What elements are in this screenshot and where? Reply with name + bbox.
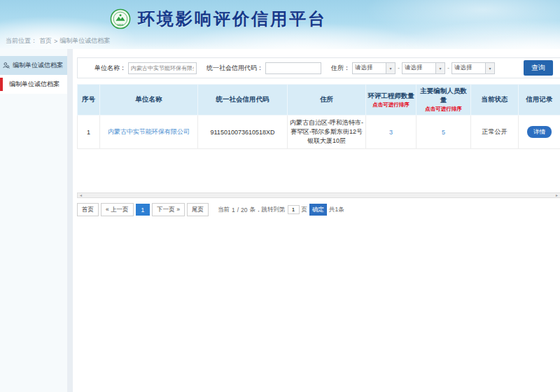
detail-button[interactable]: 详情: [527, 126, 552, 138]
province-select-value: 请选择: [353, 64, 386, 72]
table-row: 1 内蒙古中实节能环保有限公司 9115010073610518XD 内蒙古自治…: [78, 115, 560, 149]
results-table: 序号 单位名称 统一社会信用代码 住所 环评工程师数量 点击可进行排序 主要编制…: [77, 84, 560, 149]
sidebar-group-label: 编制单位诚信档案: [13, 61, 63, 70]
row-no: 1: [78, 115, 100, 149]
header-status: 当前状态: [471, 85, 519, 115]
header-credit-code: 统一社会信用代码: [198, 85, 288, 115]
chevron-down-icon[interactable]: ▾: [435, 63, 444, 74]
district-select[interactable]: 请选择 ▾: [451, 62, 495, 74]
row-credit-code: 9115010073610518XD: [198, 115, 288, 149]
current-page-button[interactable]: 1: [136, 204, 150, 216]
staff-count-link[interactable]: 5: [442, 129, 445, 136]
person-search-icon: [2, 62, 10, 69]
pagination-page-unit: 页: [302, 206, 308, 214]
address-label: 住所：: [331, 64, 350, 73]
main-panel: 单位名称： 统一社会信用代码： 住所： 请选择 ▾ - 请选择 ▾ - 请选择 …: [73, 49, 560, 392]
unit-name-link[interactable]: 内蒙古中实节能环保有限公司: [108, 128, 190, 135]
breadcrumb-home-link[interactable]: 首页: [39, 36, 52, 46]
sort-hint: 点击可进行排序: [417, 106, 470, 113]
row-address: 内蒙古自治区-呼和浩特市-赛罕区-鄂尔多斯东街12号银联大厦10层: [288, 115, 366, 149]
district-select-value: 请选择: [452, 64, 485, 72]
header-engineers-label: 环评工程师数量: [368, 92, 414, 99]
pagination-total-info: 共1条: [329, 206, 344, 214]
breadcrumb-prefix: 当前位置：: [6, 36, 37, 46]
select-separator: -: [398, 64, 400, 71]
engineers-count-link[interactable]: 3: [389, 129, 393, 136]
header-address: 住所: [288, 85, 366, 115]
sidebar-item-credit-archive[interactable]: 编制单位诚信档案: [0, 75, 67, 94]
page-title: 环境影响评价信用平台: [138, 8, 327, 30]
sidebar-group-credit-archive[interactable]: 编制单位诚信档案: [0, 56, 67, 75]
address-selects: 请选择 ▾ - 请选择 ▾ - 请选择 ▾: [352, 62, 495, 74]
sidebar-divider: [67, 49, 73, 392]
header-no: 序号: [78, 85, 100, 115]
city-select[interactable]: 请选择 ▾: [402, 62, 445, 74]
horizontal-scrollbar[interactable]: ◄ ►: [77, 192, 560, 198]
scroll-left-icon[interactable]: ◄: [79, 193, 83, 197]
unit-name-input[interactable]: [128, 62, 197, 74]
select-separator: -: [447, 64, 449, 71]
pagination-info: 当前 1 / 20 条，跳转到第 页 确定 共1条: [218, 204, 344, 216]
svg-text:MEE: MEE: [117, 23, 123, 27]
next-page-button[interactable]: 下一页 »: [152, 203, 185, 216]
pagination-bar: 首页 « 上一页 1 下一页 » 尾页 当前 1 / 20 条，跳转到第 页 确…: [77, 203, 560, 216]
sidebar: 编制单位诚信档案 编制单位诚信档案: [0, 49, 67, 392]
scroll-right-icon[interactable]: ►: [555, 193, 559, 197]
pagination-total-pages: 20: [241, 206, 247, 214]
chevron-down-icon[interactable]: ▾: [485, 63, 494, 74]
header-credit-record: 信用记录: [519, 85, 560, 115]
pagination-current-page: 1: [232, 206, 235, 214]
content-layout: 编制单位诚信档案 编制单位诚信档案 单位名称： 统一社会信用代码： 住所： 请选…: [0, 49, 560, 392]
header-unit-name: 单位名称: [100, 85, 198, 115]
table-header-row: 序号 单位名称 统一社会信用代码 住所 环评工程师数量 点击可进行排序 主要编制…: [78, 85, 560, 115]
breadcrumb: 当前位置：首页 > 编制单位诚信档案: [6, 36, 110, 46]
pagination-mid-text: 条，跳转到第: [250, 206, 286, 214]
header-staff-label: 主要编制人员数量: [420, 87, 467, 104]
breadcrumb-current: 编制单位诚信档案: [59, 36, 110, 46]
jump-page-input[interactable]: [288, 205, 300, 214]
pagination-current-label: 当前: [218, 206, 230, 214]
header-engineers-sortable[interactable]: 环评工程师数量 点击可进行排序: [366, 85, 416, 115]
credit-code-input[interactable]: [265, 62, 321, 74]
confirm-jump-button[interactable]: 确定: [309, 204, 327, 216]
breadcrumb-separator: >: [54, 38, 57, 45]
pagination-separator: /: [237, 206, 239, 214]
header-staff-sortable[interactable]: 主要编制人员数量 点击可进行排序: [416, 85, 471, 115]
top-banner: MEE 环境影响评价信用平台 当前位置：首页 > 编制单位诚信档案: [0, 0, 560, 49]
province-select[interactable]: 请选择 ▾: [352, 62, 396, 74]
first-page-button[interactable]: 首页: [77, 203, 99, 216]
city-select-value: 请选择: [402, 64, 435, 72]
sort-hint: 点击可进行排序: [367, 102, 415, 108]
last-page-button[interactable]: 尾页: [187, 203, 209, 216]
query-button[interactable]: 查询: [524, 60, 553, 76]
prev-page-button[interactable]: « 上一页: [101, 203, 134, 216]
banner-brand: MEE 环境影响评价信用平台: [0, 0, 498, 35]
sidebar-item-label: 编制单位诚信档案: [9, 80, 59, 88]
chevron-down-icon[interactable]: ▾: [386, 63, 395, 74]
search-form: 单位名称： 统一社会信用代码： 住所： 请选择 ▾ - 请选择 ▾ - 请选择 …: [77, 57, 560, 78]
mee-logo-icon: MEE: [110, 8, 131, 29]
row-status: 正常公开: [471, 115, 519, 149]
credit-code-label: 统一社会信用代码：: [206, 64, 263, 73]
unit-name-label: 单位名称：: [94, 64, 126, 73]
